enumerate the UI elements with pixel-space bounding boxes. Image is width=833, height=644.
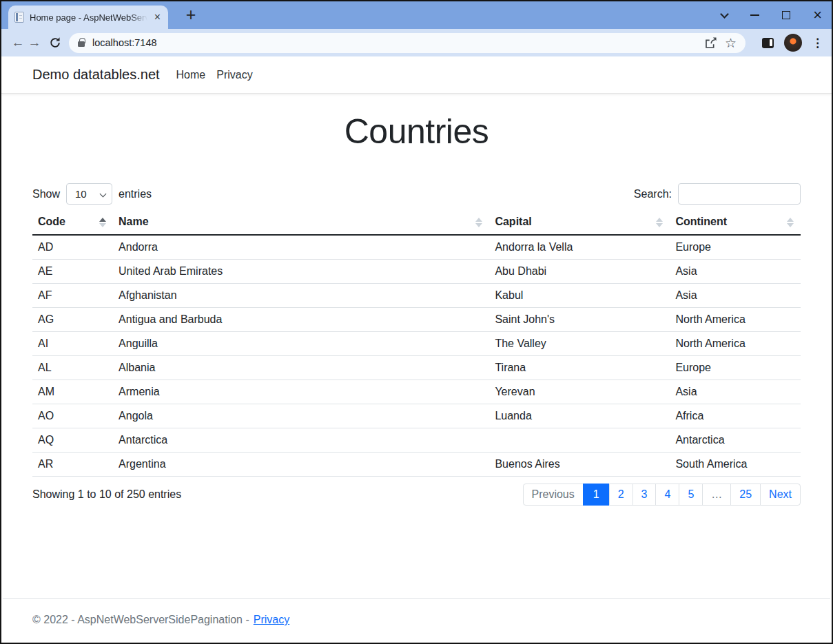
page-length-select[interactable]: 10 <box>66 183 112 205</box>
back-button[interactable]: ← <box>10 35 26 50</box>
site-footer: © 2022 - AspNetWebServerSidePagination -… <box>3 598 830 641</box>
cell-capital: The Valley <box>489 332 670 356</box>
bookmark-star-icon[interactable]: ☆ <box>725 37 737 50</box>
cell-continent: Europe <box>670 356 801 380</box>
sort-icon <box>656 218 663 227</box>
browser-titlebar: Home page - AspNetWebServerSidePaginatio… <box>1 1 832 29</box>
pagination-page-3[interactable]: 3 <box>633 484 657 506</box>
new-tab-button[interactable]: + <box>181 4 201 25</box>
site-header: Demo datatables.net Home Privacy <box>1 56 832 94</box>
tab-close-icon[interactable]: × <box>153 12 162 23</box>
pagination-page-1[interactable]: 1 <box>583 484 610 506</box>
pagination-page-4[interactable]: 4 <box>655 484 679 506</box>
cell-continent: Europe <box>670 235 801 260</box>
footer-privacy-link[interactable]: Privacy <box>254 614 289 626</box>
show-label: Show <box>32 188 60 200</box>
page-title: Countries <box>32 112 801 152</box>
minimize-button[interactable] <box>750 14 759 16</box>
sort-icon <box>787 218 794 227</box>
cell-name: Anguilla <box>113 332 489 356</box>
cell-code: AD <box>32 235 113 260</box>
table-footer: Showing 1 to 10 of 250 entries Previous … <box>32 484 801 506</box>
cell-continent: Antarctica <box>670 428 801 453</box>
sort-icon-asc-active <box>99 218 106 227</box>
url-text[interactable]: localhost:7148 <box>92 37 697 48</box>
cell-name: Antigua and Barbuda <box>113 308 489 332</box>
cell-code: AM <box>32 380 113 404</box>
page-length-control: Show 10 entries <box>32 183 152 205</box>
table-header-row: Code Name Capital Continent <box>32 210 801 235</box>
search-control: Search: <box>634 183 801 205</box>
cell-capital: Andorra la Vella <box>489 235 670 260</box>
brand-link[interactable]: Demo datatables.net <box>32 67 160 83</box>
nav-privacy-link[interactable]: Privacy <box>211 69 258 81</box>
share-icon[interactable] <box>704 37 717 50</box>
pagination-previous[interactable]: Previous <box>523 484 584 506</box>
table-row[interactable]: AI Anguilla The Valley North America <box>32 332 801 356</box>
reload-icon <box>49 37 61 49</box>
nav-home-link[interactable]: Home <box>171 69 212 81</box>
pagination-page-25[interactable]: 25 <box>730 484 761 506</box>
cell-capital: Yerevan <box>489 380 670 404</box>
cell-continent: Asia <box>670 380 801 404</box>
table-row[interactable]: AM Armenia Yerevan Asia <box>32 380 801 404</box>
pagination-next[interactable]: Next <box>760 484 801 506</box>
cell-name: Afghanistan <box>113 284 489 308</box>
table-row[interactable]: AQ Antarctica Antarctica <box>32 428 801 453</box>
column-header-capital[interactable]: Capital <box>489 210 670 235</box>
tab-search-chevron-icon[interactable] <box>720 10 729 19</box>
cell-name: Albania <box>113 356 489 380</box>
cell-capital: Kabul <box>489 284 670 308</box>
search-label: Search: <box>634 188 672 200</box>
table-row[interactable]: AF Afghanistan Kabul Asia <box>32 284 801 308</box>
page-favicon-icon <box>14 12 24 23</box>
cell-capital: Saint John's <box>489 308 670 332</box>
column-header-code[interactable]: Code <box>32 210 113 235</box>
window-controls: × <box>721 1 822 29</box>
entries-label: entries <box>119 188 152 200</box>
pagination-ellipsis: … <box>702 484 731 506</box>
cell-capital: Buenos Aires <box>489 453 670 477</box>
pagination-page-5[interactable]: 5 <box>679 484 703 506</box>
cell-name: Angola <box>113 404 489 428</box>
maximize-button[interactable] <box>782 11 790 19</box>
table-info: Showing 1 to 10 of 250 entries <box>32 488 181 501</box>
table-row[interactable]: AL Albania Tirana Europe <box>32 356 801 380</box>
browser-tab[interactable]: Home page - AspNetWebServerSidePaginatio… <box>8 6 168 29</box>
main-content: Countries Show 10 entries Search: Cod <box>1 112 832 506</box>
pagination-page-2[interactable]: 2 <box>609 484 633 506</box>
column-header-continent[interactable]: Continent <box>670 210 801 235</box>
column-header-name[interactable]: Name <box>113 210 489 235</box>
lock-icon[interactable] <box>78 41 85 47</box>
cell-continent: Africa <box>670 404 801 428</box>
profile-avatar[interactable] <box>784 34 802 52</box>
table-row[interactable]: AD Andorra Andorra la Vella Europe <box>32 235 801 260</box>
cell-code: AI <box>32 332 113 356</box>
table-row[interactable]: AG Antigua and Barbuda Saint John's Nort… <box>32 308 801 332</box>
page-length-value: 10 <box>75 188 87 200</box>
menu-kebab-icon[interactable]: ⋮ <box>812 36 823 50</box>
cell-name: Armenia <box>113 380 489 404</box>
search-input[interactable] <box>678 183 801 205</box>
cell-name: Argentina <box>113 453 489 477</box>
tab-title: Home page - AspNetWebServerSidePaginatio… <box>30 12 147 23</box>
cell-code: AF <box>32 284 113 308</box>
close-window-button[interactable]: × <box>813 8 822 23</box>
table-row[interactable]: AR Argentina Buenos Aires South America <box>32 453 801 477</box>
reload-button[interactable] <box>47 37 63 49</box>
table-row[interactable]: AO Angola Luanda Africa <box>32 404 801 428</box>
browser-window: Home page - AspNetWebServerSidePaginatio… <box>0 0 833 644</box>
cell-capital: Tirana <box>489 356 670 380</box>
cell-code: AR <box>32 453 113 477</box>
cell-code: AL <box>32 356 113 380</box>
sort-icon <box>475 218 482 227</box>
copyright-text: © 2022 - AspNetWebServerSidePagination - <box>32 614 249 626</box>
cell-code: AO <box>32 404 113 428</box>
side-panel-icon[interactable] <box>762 38 774 48</box>
countries-table: Code Name Capital Continent <box>32 210 801 477</box>
pagination: Previous 1 2 3 4 5 … 25 Next <box>523 484 801 506</box>
cell-code: AQ <box>32 428 113 453</box>
forward-button[interactable]: → <box>26 35 43 50</box>
address-bar[interactable]: localhost:7148 ☆ <box>69 33 745 53</box>
table-row[interactable]: AE United Arab Emirates Abu Dhabi Asia <box>32 260 801 284</box>
